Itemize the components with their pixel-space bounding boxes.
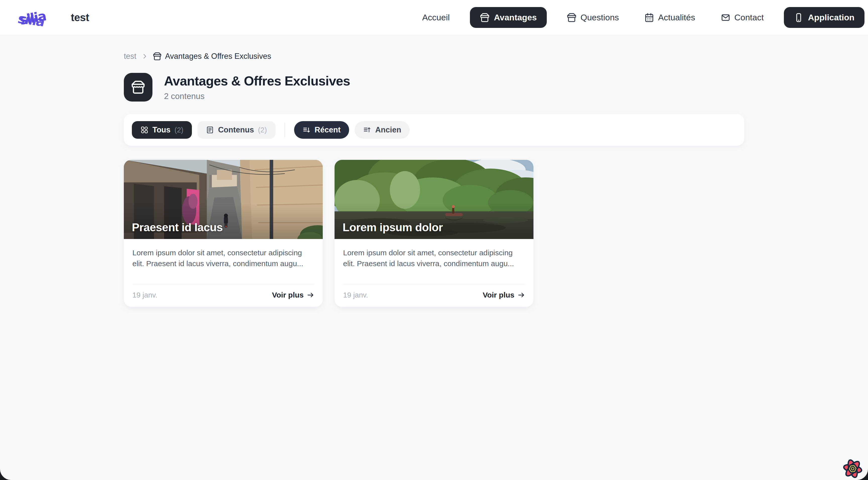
nav-item-questions[interactable]: Questions: [561, 8, 624, 27]
storefront-icon: [480, 13, 490, 22]
nav-item-contact[interactable]: Contact: [715, 8, 769, 27]
tanstack-flower-icon: [842, 458, 864, 480]
devtools-toggle-button[interactable]: [842, 458, 864, 480]
card-body: Lorem ipsum dolor sit amet, consectetur …: [335, 239, 533, 276]
breadcrumb-current: Avantages & Offres Exclusives: [153, 52, 271, 61]
sort-old-button[interactable]: Ancien: [354, 121, 410, 139]
card-title: Lorem ipsum dolor: [343, 221, 443, 234]
filter-contents-button[interactable]: Contenus (2): [197, 121, 275, 139]
card-footer: 19 janv. Voir plus: [124, 284, 323, 307]
sort-asc-icon: [363, 126, 371, 134]
arrow-right-icon: [307, 291, 314, 299]
see-more-button[interactable]: Voir plus: [272, 291, 314, 299]
nav-item-actualites[interactable]: Actualités: [639, 8, 701, 27]
storefront-icon: [153, 52, 161, 61]
see-more-button[interactable]: Voir plus: [483, 291, 525, 299]
newspaper-icon: [206, 126, 214, 134]
silia-logo-icon: silia silia: [16, 6, 60, 29]
breadcrumb-root-link[interactable]: test: [124, 52, 136, 61]
arrow-right-icon: [517, 291, 525, 299]
toolbar-divider: [285, 123, 285, 137]
card-image-swamp-lake: Lorem ipsum dolor: [335, 160, 533, 239]
card-title: Praesent id lacus: [132, 221, 223, 234]
storefront-icon: [567, 13, 577, 22]
nav-item-accueil[interactable]: Accueil: [417, 8, 455, 27]
site-name: test: [71, 11, 89, 24]
chevron-right-icon: [142, 53, 148, 60]
content-card[interactable]: Lorem ipsum dolor Lorem ipsum dolor sit …: [335, 160, 533, 307]
page: silia silia test Accueil Avantages Quest…: [0, 0, 868, 480]
content-card[interactable]: Praesent id lacus Lorem ipsum dolor sit …: [124, 160, 323, 307]
page-header: Avantages & Offres Exclusives 2 contenus: [124, 73, 744, 101]
nav-item-avantages[interactable]: Avantages: [470, 7, 547, 28]
storefront-icon: [131, 80, 145, 94]
application-button[interactable]: Application: [784, 7, 865, 28]
content-card-grid: Praesent id lacus Lorem ipsum dolor sit …: [124, 160, 744, 307]
sort-desc-icon: [303, 126, 311, 134]
card-date: 19 janv.: [343, 291, 368, 299]
card-body: Lorem ipsum dolor sit amet, consectetur …: [124, 239, 323, 276]
card-excerpt: Lorem ipsum dolor sit amet, consectetur …: [132, 247, 314, 269]
mail-icon: [721, 13, 731, 22]
page-title: Avantages & Offres Exclusives: [164, 73, 350, 88]
main-nav: Accueil Avantages Questions Actualités C…: [417, 7, 865, 28]
main-content: test Avantages & Offres Exclusives Avant…: [124, 35, 744, 307]
card-excerpt: Lorem ipsum dolor sit amet, consectetur …: [343, 247, 525, 269]
grid-icon: [141, 126, 149, 134]
filter-all-button[interactable]: Tous (2): [132, 121, 192, 139]
breadcrumb: test Avantages & Offres Exclusives: [124, 52, 744, 61]
content-count: 2 contenus: [164, 91, 350, 101]
card-image-street-alley: Praesent id lacus: [124, 160, 323, 239]
sort-recent-button[interactable]: Récent: [294, 121, 349, 139]
brand-logo[interactable]: silia silia test: [16, 6, 89, 29]
filter-toolbar: Tous (2) Contenus (2) Récent Ancien: [124, 114, 744, 146]
category-icon-tile: [124, 73, 152, 101]
card-date: 19 janv.: [132, 291, 157, 299]
calendar-icon: [645, 13, 654, 22]
card-footer: 19 janv. Voir plus: [335, 284, 533, 307]
smartphone-icon: [794, 13, 803, 22]
top-navbar: silia silia test Accueil Avantages Quest…: [0, 0, 868, 35]
